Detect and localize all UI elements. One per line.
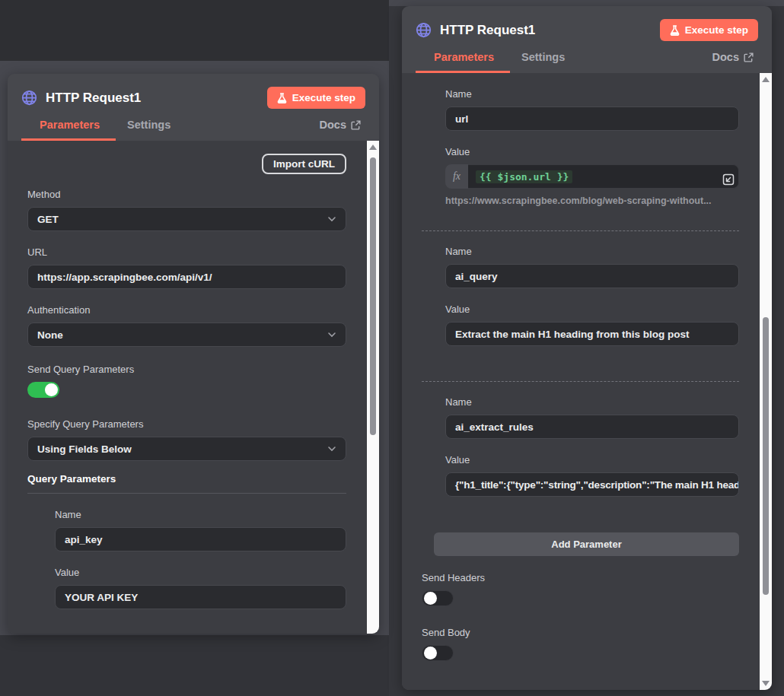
param-value-label: Value: [445, 146, 739, 157]
param-name-label: Name: [445, 88, 739, 100]
docs-link[interactable]: Docs: [320, 119, 361, 141]
tab-parameters[interactable]: Parameters: [420, 51, 508, 73]
param-name-input[interactable]: api_key: [55, 527, 346, 551]
method-select[interactable]: GET: [27, 207, 346, 231]
expression-result-hint: https://www.scrapingbee.com/blog/web-scr…: [445, 195, 739, 206]
chevron-down-icon: [327, 215, 336, 224]
docs-link[interactable]: Docs: [712, 51, 754, 73]
tab-bar: Parameters Settings Docs: [21, 119, 365, 141]
param-name-label: Name: [445, 246, 739, 257]
canvas-backdrop-bottom-left: [0, 635, 389, 696]
method-label: Method: [27, 189, 346, 200]
authentication-label: Authentication: [27, 304, 346, 316]
tab-settings[interactable]: Settings: [113, 119, 184, 141]
tab-parameters[interactable]: Parameters: [26, 119, 113, 141]
send-body-label: Send Body: [422, 627, 739, 638]
node-title: HTTP Request1: [440, 23, 660, 38]
send-query-parameters-toggle[interactable]: [27, 382, 59, 398]
globe-icon: [416, 22, 432, 38]
panel-header: HTTP Request1 Execute step Parameters Se…: [402, 6, 772, 73]
chevron-down-icon: [327, 330, 336, 339]
query-parameters-section-header: Query Parameters: [27, 473, 346, 494]
scrollbar-thumb[interactable]: [370, 157, 376, 435]
url-input[interactable]: https://app.scrapingbee.com/api/v1/: [27, 265, 346, 289]
scroll-down-arrow[interactable]: [762, 681, 770, 686]
add-parameter-button[interactable]: Add Parameter: [434, 532, 739, 556]
send-query-parameters-label: Send Query Parameters: [27, 364, 346, 375]
scroll-up-arrow[interactable]: [369, 145, 377, 150]
param-value-input[interactable]: Extract the main H1 heading from this bl…: [445, 322, 739, 346]
param-value-label: Value: [445, 304, 739, 315]
param-name-label: Name: [55, 509, 346, 520]
flask-icon: [277, 93, 287, 103]
authentication-select[interactable]: None: [27, 323, 346, 347]
open-expression-editor-icon[interactable]: [722, 173, 735, 186]
http-request-node-panel-front: HTTP Request1 Execute step Parameters Se…: [402, 6, 772, 690]
send-body-toggle[interactable]: [422, 645, 454, 661]
send-headers-toggle[interactable]: [422, 590, 454, 606]
toggle-knob: [45, 383, 58, 396]
tab-bar: Parameters Settings Docs: [416, 51, 758, 73]
external-link-icon: [351, 120, 361, 130]
panel-header: HTTP Request1 Execute step Parameters Se…: [8, 74, 379, 141]
param-name-input[interactable]: url: [445, 106, 739, 131]
http-request-node-panel-back: HTTP Request1 Execute step Parameters Se…: [8, 74, 379, 634]
execute-step-button[interactable]: Execute step: [660, 19, 758, 41]
param-name-input[interactable]: ai_extract_rules: [445, 415, 739, 439]
chevron-down-icon: [327, 444, 336, 453]
param-value-input[interactable]: YOUR API KEY: [55, 585, 346, 609]
fx-badge: fx: [445, 164, 468, 189]
param-value-label: Value: [55, 567, 346, 578]
execute-step-button[interactable]: Execute step: [267, 87, 365, 109]
globe-icon: [21, 90, 37, 106]
modal-backdrop-right-top: [389, 0, 784, 6]
scrollbar-thumb[interactable]: [763, 317, 769, 595]
left-panel-scrollbar[interactable]: [367, 141, 379, 634]
node-title: HTTP Request1: [46, 91, 267, 106]
url-label: URL: [27, 246, 346, 258]
param-value-input[interactable]: {"h1_title":{"type":"string","descriptio…: [445, 472, 739, 497]
expression-value: {{ $json.url }}: [476, 170, 572, 183]
right-panel-scrollbar[interactable]: [760, 73, 772, 690]
toggle-knob: [424, 647, 437, 659]
toggle-knob: [424, 592, 437, 605]
external-link-icon: [744, 52, 754, 62]
param-value-label: Value: [445, 454, 739, 466]
param-name-label: Name: [445, 396, 739, 408]
scroll-up-arrow[interactable]: [762, 77, 770, 82]
param-name-input[interactable]: ai_query: [445, 264, 739, 288]
canvas-backdrop-top-left: [0, 0, 389, 61]
flask-icon: [670, 25, 680, 36]
specify-query-parameters-label: Specify Query Parameters: [27, 418, 346, 430]
import-curl-button[interactable]: Import cURL: [262, 154, 346, 174]
specify-query-parameters-select[interactable]: Using Fields Below: [27, 437, 346, 461]
send-headers-label: Send Headers: [422, 572, 739, 583]
expression-input[interactable]: fx {{ $json.url }}: [445, 164, 739, 189]
tab-settings[interactable]: Settings: [508, 51, 578, 73]
